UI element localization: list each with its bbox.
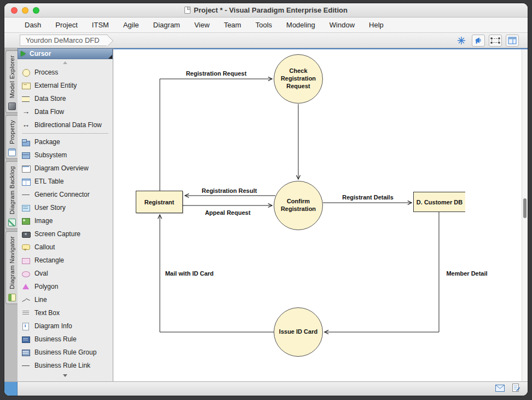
tab-label: Model Explorer	[9, 55, 15, 98]
palette-item-business-rule[interactable]: Business Rule	[18, 333, 113, 346]
menu-dash[interactable]: Dash	[18, 21, 48, 29]
document-icon	[184, 7, 190, 14]
palette-item-business-rule-link[interactable]: Business Rule Link	[18, 359, 113, 372]
publish-megaphone-icon[interactable]	[472, 35, 485, 47]
palette-cursor-tool[interactable]: Cursor	[18, 48, 113, 59]
palette-item-process[interactable]: Process	[18, 66, 113, 79]
palette-item-data-flow[interactable]: Data Flow	[18, 105, 113, 118]
palette-item-diagram-overview[interactable]: Diagram Overview	[18, 162, 113, 175]
palette-item-business-rule-group[interactable]: Business Rule Group	[18, 346, 113, 359]
triangle-up-icon	[63, 61, 67, 64]
etl-table-icon	[21, 177, 31, 186]
palette-item-label: Polygon	[34, 283, 58, 290]
diagram-canvas[interactable]: Registration Request Registration Result…	[113, 48, 528, 381]
diagram-navigator-icon	[8, 294, 16, 301]
palette-scroll-down[interactable]	[18, 372, 113, 379]
cursor-icon	[21, 51, 26, 56]
vertical-scrollbar[interactable]	[522, 49, 528, 381]
menu-help[interactable]: Help	[362, 21, 391, 29]
property-icon	[8, 148, 16, 156]
flow-label-mail-with-id-card[interactable]: Mail with ID Card	[164, 270, 215, 277]
selection-bounds-icon[interactable]	[489, 35, 502, 47]
palette-item-label: Business Rule	[34, 335, 77, 343]
flow-label-appeal-request[interactable]: Appeal Request	[204, 209, 251, 216]
edit-document-icon[interactable]	[512, 384, 520, 394]
polygon-icon	[21, 282, 31, 291]
toolbar-icons	[455, 35, 519, 47]
palette-item-label: Business Rule Group	[34, 348, 96, 356]
menu-itsm[interactable]: ITSM	[85, 21, 116, 29]
flow-label-registration-result[interactable]: Registration Result	[201, 187, 258, 194]
status-bar	[4, 381, 528, 396]
palette-item-diagram-info[interactable]: Diagram Info	[18, 319, 113, 333]
palette-item-data-store[interactable]: Data Store	[18, 92, 113, 105]
palette-item-label: Image	[34, 217, 53, 225]
external-entity-registrant[interactable]: Registrant	[136, 191, 183, 213]
palette-item-etl-table[interactable]: ETL Table	[18, 175, 113, 188]
menu-window[interactable]: Window	[322, 21, 362, 29]
menu-agile[interactable]: Agile	[116, 21, 146, 29]
modeling-snowflake-icon[interactable]	[455, 35, 468, 47]
panel-grid-icon[interactable]	[506, 35, 519, 47]
menu-team[interactable]: Team	[217, 21, 248, 29]
sidebar-tab-model-explorer[interactable]: Model Explorer	[5, 50, 18, 113]
palette-item-label: Package	[34, 138, 60, 146]
palette-item-package[interactable]: Package	[18, 135, 113, 148]
palette-item-bidirectional-data-flow[interactable]: Bidirectional Data Flow	[18, 118, 113, 132]
palette-item-generic-connector[interactable]: Generic Connector	[18, 188, 113, 201]
process-issue-id-card[interactable]: Issue ID Card	[274, 307, 323, 357]
menu-tools[interactable]: Tools	[248, 21, 279, 29]
breadcrumb[interactable]: Yourdon DeMarco DFD	[20, 35, 108, 46]
palette-item-user-story[interactable]: User Story	[18, 201, 113, 214]
diagram-backlog-icon	[8, 219, 16, 226]
flow-label-member-detail[interactable]: Member Detail	[445, 270, 488, 277]
toolbar: Yourdon DeMarco DFD	[4, 33, 528, 48]
palette-item-callout[interactable]: Callout	[18, 241, 113, 254]
flow-label-registration-request[interactable]: Registration Request	[185, 70, 248, 77]
palette-item-external-entity[interactable]: External Entity	[18, 79, 113, 92]
process-check-registration-request[interactable]: Check Registration Request	[274, 54, 323, 104]
palette-item-label: Diagram Overview	[34, 164, 89, 172]
palette-item-label: Process	[34, 68, 58, 76]
palette-item-line[interactable]: Line	[18, 293, 113, 306]
palette-item-label: Bidirectional Data Flow	[34, 121, 102, 129]
sidebar-tab-diagram-navigator[interactable]: Diagram Navigator	[5, 231, 18, 304]
palette-item-oval[interactable]: Oval	[18, 267, 113, 280]
data-store-customer-db[interactable]: D. Customer DB	[413, 192, 465, 212]
palette-separator	[22, 133, 108, 134]
sidebar-tab-diagram-backlog[interactable]: Diagram Backlog	[5, 161, 18, 229]
palette-item-label: Oval	[34, 270, 48, 277]
zoom-window-button[interactable]	[33, 7, 39, 14]
palette-item-rectangle[interactable]: Rectangle	[18, 254, 113, 267]
palette-item-text-box[interactable]: Text Box	[18, 306, 113, 319]
flow-label-registrant-details[interactable]: Registrant Details	[341, 194, 395, 201]
rectangle-icon	[21, 256, 31, 265]
menu-diagram[interactable]: Diagram	[146, 21, 187, 29]
data-flow-icon	[21, 107, 31, 116]
palette-item-label: Callout	[34, 243, 55, 251]
subsystem-icon	[21, 151, 31, 159]
oval-icon	[21, 269, 31, 278]
minimize-window-button[interactable]	[22, 7, 28, 14]
sidebar-tab-property[interactable]: Property	[5, 115, 18, 159]
palette-item-subsystem[interactable]: Subsystem	[18, 148, 113, 162]
image-icon	[21, 216, 31, 225]
menu-project[interactable]: Project	[48, 21, 84, 29]
close-window-button[interactable]	[11, 7, 18, 14]
message-icon[interactable]	[495, 384, 505, 394]
process-confirm-registration[interactable]: Confirm Registration	[274, 181, 323, 230]
palette-scroll-up[interactable]	[18, 59, 113, 66]
external-entity-icon	[21, 81, 31, 90]
palette-item-label: Diagram Info	[34, 322, 72, 330]
scrollbar-thumb[interactable]	[523, 198, 527, 218]
corner-badge[interactable]	[4, 382, 18, 396]
menu-bar: Dash Project ITSM Agile Diagram View Tea…	[4, 18, 528, 33]
palette-item-image[interactable]: Image	[18, 214, 113, 227]
menu-modeling[interactable]: Modeling	[279, 21, 322, 29]
palette-item-polygon[interactable]: Polygon	[18, 280, 113, 293]
menu-view[interactable]: View	[187, 21, 217, 29]
palette-item-label: Screen Capture	[34, 230, 80, 238]
bidirectional-data-flow-icon	[21, 121, 31, 129]
palette-item-screen-capture[interactable]: Screen Capture	[18, 227, 113, 241]
tab-label: Property	[9, 120, 15, 144]
